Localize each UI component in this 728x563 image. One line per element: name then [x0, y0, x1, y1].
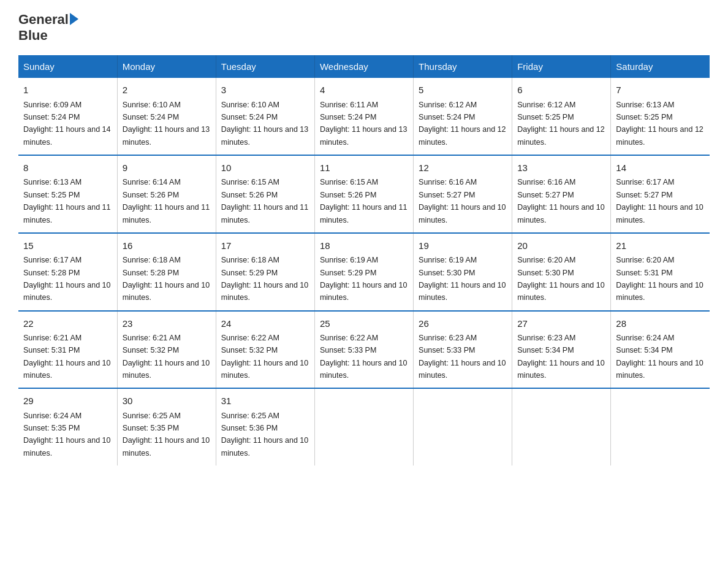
day-number: 8: [23, 161, 112, 175]
day-number: 22: [23, 316, 112, 331]
day-info: Sunrise: 6:25 AMSunset: 5:35 PMDaylight:…: [123, 412, 210, 458]
header-day-monday: Monday: [117, 55, 216, 78]
day-info: Sunrise: 6:11 AMSunset: 5:24 PMDaylight:…: [320, 101, 407, 147]
day-info: Sunrise: 6:17 AMSunset: 5:28 PMDaylight:…: [23, 256, 110, 302]
day-info: Sunrise: 6:20 AMSunset: 5:31 PMDaylight:…: [616, 256, 703, 302]
header-day-wednesday: Wednesday: [314, 55, 413, 78]
day-number: 4: [320, 83, 408, 97]
calendar-cell: 31Sunrise: 6:25 AMSunset: 5:36 PMDayligh…: [216, 388, 314, 465]
calendar-cell: 13Sunrise: 6:16 AMSunset: 5:27 PMDayligh…: [512, 155, 611, 233]
day-number: 14: [616, 161, 705, 175]
day-info: Sunrise: 6:16 AMSunset: 5:27 PMDaylight:…: [517, 178, 604, 224]
day-number: 31: [221, 394, 309, 408]
calendar-cell: 11Sunrise: 6:15 AMSunset: 5:26 PMDayligh…: [314, 155, 413, 233]
day-number: 7: [616, 83, 705, 97]
day-info: Sunrise: 6:13 AMSunset: 5:25 PMDaylight:…: [616, 101, 703, 147]
day-number: 11: [320, 161, 408, 175]
calendar-cell: 12Sunrise: 6:16 AMSunset: 5:27 PMDayligh…: [414, 155, 512, 233]
day-info: Sunrise: 6:24 AMSunset: 5:35 PMDaylight:…: [23, 412, 110, 458]
calendar-cell: 15Sunrise: 6:17 AMSunset: 5:28 PMDayligh…: [18, 233, 117, 311]
calendar-week-row: 15Sunrise: 6:17 AMSunset: 5:28 PMDayligh…: [18, 233, 710, 311]
calendar-cell: 14Sunrise: 6:17 AMSunset: 5:27 PMDayligh…: [611, 155, 710, 233]
calendar-cell: 2Sunrise: 6:10 AMSunset: 5:24 PMDaylight…: [117, 78, 216, 155]
day-info: Sunrise: 6:22 AMSunset: 5:32 PMDaylight:…: [221, 334, 308, 380]
calendar-cell: 1Sunrise: 6:09 AMSunset: 5:24 PMDaylight…: [18, 78, 117, 155]
day-number: 6: [517, 83, 605, 97]
day-info: Sunrise: 6:17 AMSunset: 5:27 PMDaylight:…: [616, 178, 703, 224]
day-number: 28: [616, 316, 705, 331]
day-info: Sunrise: 6:12 AMSunset: 5:24 PMDaylight:…: [419, 101, 506, 147]
day-info: Sunrise: 6:22 AMSunset: 5:33 PMDaylight:…: [320, 334, 407, 380]
day-number: 20: [517, 239, 605, 253]
day-number: 29: [23, 394, 112, 408]
day-info: Sunrise: 6:10 AMSunset: 5:24 PMDaylight:…: [123, 101, 210, 147]
calendar-cell: 8Sunrise: 6:13 AMSunset: 5:25 PMDaylight…: [18, 155, 117, 233]
calendar-cell: 22Sunrise: 6:21 AMSunset: 5:31 PMDayligh…: [18, 311, 117, 389]
calendar-cell: [512, 388, 611, 465]
calendar-cell: 21Sunrise: 6:20 AMSunset: 5:31 PMDayligh…: [611, 233, 710, 311]
day-number: 2: [123, 83, 211, 97]
header-day-thursday: Thursday: [414, 55, 512, 78]
day-number: 9: [123, 161, 211, 175]
calendar-cell: 20Sunrise: 6:20 AMSunset: 5:30 PMDayligh…: [512, 233, 611, 311]
day-number: 10: [221, 161, 309, 175]
calendar-week-row: 1Sunrise: 6:09 AMSunset: 5:24 PMDaylight…: [18, 78, 710, 155]
day-number: 23: [123, 316, 211, 331]
day-number: 21: [616, 239, 705, 253]
logo-arrow-icon: [70, 13, 78, 25]
day-number: 12: [419, 161, 507, 175]
header-day-friday: Friday: [512, 55, 611, 78]
header-day-sunday: Sunday: [18, 55, 117, 78]
calendar-cell: [611, 388, 710, 465]
day-info: Sunrise: 6:15 AMSunset: 5:26 PMDaylight:…: [320, 178, 407, 224]
day-info: Sunrise: 6:14 AMSunset: 5:26 PMDaylight:…: [123, 178, 210, 224]
day-info: Sunrise: 6:23 AMSunset: 5:33 PMDaylight:…: [419, 334, 506, 380]
day-info: Sunrise: 6:15 AMSunset: 5:26 PMDaylight:…: [221, 178, 308, 224]
calendar-table: SundayMondayTuesdayWednesdayThursdayFrid…: [18, 55, 710, 465]
calendar-cell: 18Sunrise: 6:19 AMSunset: 5:29 PMDayligh…: [314, 233, 413, 311]
day-info: Sunrise: 6:12 AMSunset: 5:25 PMDaylight:…: [517, 101, 604, 147]
logo-text-general: General: [18, 12, 69, 27]
day-number: 27: [517, 316, 605, 331]
calendar-cell: 5Sunrise: 6:12 AMSunset: 5:24 PMDaylight…: [414, 78, 512, 155]
day-info: Sunrise: 6:19 AMSunset: 5:30 PMDaylight:…: [419, 256, 506, 302]
calendar-cell: 9Sunrise: 6:14 AMSunset: 5:26 PMDaylight…: [117, 155, 216, 233]
calendar-cell: 3Sunrise: 6:10 AMSunset: 5:24 PMDaylight…: [216, 78, 314, 155]
calendar-cell: 29Sunrise: 6:24 AMSunset: 5:35 PMDayligh…: [18, 388, 117, 465]
day-number: 24: [221, 316, 309, 331]
calendar-cell: 27Sunrise: 6:23 AMSunset: 5:34 PMDayligh…: [512, 311, 611, 389]
day-info: Sunrise: 6:25 AMSunset: 5:36 PMDaylight:…: [221, 412, 308, 458]
calendar-cell: 7Sunrise: 6:13 AMSunset: 5:25 PMDaylight…: [611, 78, 710, 155]
day-number: 15: [23, 239, 112, 253]
day-info: Sunrise: 6:18 AMSunset: 5:28 PMDaylight:…: [123, 256, 210, 302]
header-day-saturday: Saturday: [611, 55, 710, 78]
calendar-cell: [314, 388, 413, 465]
day-number: 13: [517, 161, 605, 175]
calendar-cell: 6Sunrise: 6:12 AMSunset: 5:25 PMDaylight…: [512, 78, 611, 155]
day-info: Sunrise: 6:19 AMSunset: 5:29 PMDaylight:…: [320, 256, 407, 302]
day-info: Sunrise: 6:21 AMSunset: 5:32 PMDaylight:…: [123, 334, 210, 380]
day-info: Sunrise: 6:21 AMSunset: 5:31 PMDaylight:…: [23, 334, 110, 380]
calendar-cell: 25Sunrise: 6:22 AMSunset: 5:33 PMDayligh…: [314, 311, 413, 389]
calendar-week-row: 8Sunrise: 6:13 AMSunset: 5:25 PMDaylight…: [18, 155, 710, 233]
day-info: Sunrise: 6:18 AMSunset: 5:29 PMDaylight:…: [221, 256, 308, 302]
day-info: Sunrise: 6:09 AMSunset: 5:24 PMDaylight:…: [23, 101, 110, 147]
page-header: General Blue: [18, 12, 710, 43]
calendar-week-row: 29Sunrise: 6:24 AMSunset: 5:35 PMDayligh…: [18, 388, 710, 465]
calendar-cell: 23Sunrise: 6:21 AMSunset: 5:32 PMDayligh…: [117, 311, 216, 389]
day-info: Sunrise: 6:20 AMSunset: 5:30 PMDaylight:…: [517, 256, 604, 302]
calendar-cell: 30Sunrise: 6:25 AMSunset: 5:35 PMDayligh…: [117, 388, 216, 465]
day-number: 3: [221, 83, 309, 97]
day-number: 25: [320, 316, 408, 331]
day-info: Sunrise: 6:23 AMSunset: 5:34 PMDaylight:…: [517, 334, 604, 380]
calendar-cell: 16Sunrise: 6:18 AMSunset: 5:28 PMDayligh…: [117, 233, 216, 311]
day-number: 18: [320, 239, 408, 253]
calendar-cell: 10Sunrise: 6:15 AMSunset: 5:26 PMDayligh…: [216, 155, 314, 233]
calendar-cell: 4Sunrise: 6:11 AMSunset: 5:24 PMDaylight…: [314, 78, 413, 155]
calendar-cell: 26Sunrise: 6:23 AMSunset: 5:33 PMDayligh…: [414, 311, 512, 389]
day-number: 30: [123, 394, 211, 408]
day-info: Sunrise: 6:16 AMSunset: 5:27 PMDaylight:…: [419, 178, 506, 224]
day-number: 1: [23, 83, 112, 97]
day-number: 17: [221, 239, 309, 253]
day-info: Sunrise: 6:24 AMSunset: 5:34 PMDaylight:…: [616, 334, 703, 380]
